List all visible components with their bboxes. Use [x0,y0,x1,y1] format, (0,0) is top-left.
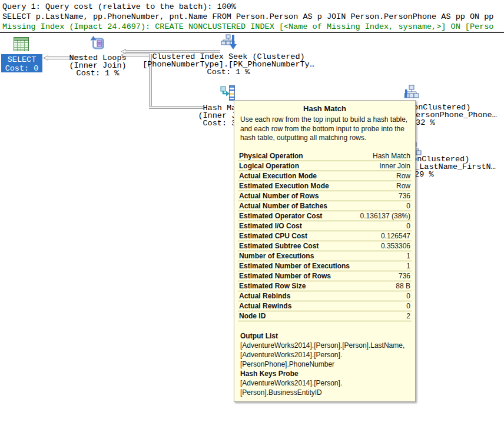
select-label: SELECT [1,55,42,64]
tooltip-row: Estimated Operator Cost0.136137 (38%) [238,211,412,221]
missing-index-link[interactable]: Missing Index (Impact 24.4697): CREATE N… [2,22,504,32]
tooltip-row: Node ID2 [238,311,412,321]
property-value: 0.126547 [381,232,410,240]
property-value: 736 [399,272,410,280]
query-header: Query 1: Query cost (relative to the bat… [2,2,504,32]
tooltip-properties-table: Physical OperationHash Match Logical Ope… [238,151,412,321]
clustered-index-seek-cost: Cost: 1 % [140,68,317,76]
property-label: Estimated Row Size [239,282,306,290]
property-label: Logical Operation [239,162,299,170]
node-select[interactable]: SELECT Cost: 0 % [1,54,42,72]
property-value: 88 B [396,282,410,290]
property-label: Actual Number of Batches [239,202,327,210]
tooltip-row: Actual Number of Rows736 [238,191,412,201]
property-value: 0 [406,222,410,230]
tooltip-description: Use each row from the top input to build… [234,113,415,143]
header-separator [0,32,504,33]
property-value: Row [396,172,410,180]
index-seek-btree-icon[interactable] [220,34,237,51]
property-value: Hash Match [373,152,410,160]
property-label: Estimated I/O Cost [239,222,302,230]
property-value: Row [396,182,410,190]
tooltip-row: Estimated Number of Rows736 [238,271,412,281]
tooltip-row: Number of Executions1 [238,251,412,261]
hash-match-icon[interactable] [220,85,236,102]
property-value: 736 [399,192,410,200]
property-value: 0 [406,302,410,310]
property-label: Estimated Subtree Cost [239,242,319,250]
tooltip-row: Estimated Execution ModeRow [238,181,412,191]
index-scan-btree-icon[interactable] [404,85,419,101]
tooltip-row: Actual Rebinds0 [238,291,412,301]
output-list-heading: Output List [240,331,409,341]
property-value: 0.353306 [381,242,410,250]
property-label: Physical Operation [239,152,303,160]
property-label: Actual Number of Rows [239,192,319,200]
tooltip-row: Actual Number of Batches0 [238,201,412,211]
property-label: Actual Rebinds [239,292,290,300]
tooltip-row: Physical OperationHash Match [238,151,412,161]
hash-keys-probe-line: [Person].BusinessEntityID [240,388,409,397]
property-value: 0 [406,292,410,300]
tooltip-extra-sections: Output List [AdventureWorks2014].[Person… [240,331,409,397]
select-cost: Cost: 0 % [1,64,42,82]
node-clustered-index-seek[interactable]: Clustered Index Seek (Clustered) [PhoneN… [140,53,317,76]
tooltip-description-line: and each row from the bottom input to pr… [240,125,409,134]
property-value: 1 [406,252,410,260]
property-label: Estimated Operator Cost [239,212,322,220]
tooltip-title: Hash Match [234,101,415,113]
hash-keys-probe-line: [AdventureWorks2014].[Person]. [240,378,409,388]
output-list-line: [AdventureWorks2014].[Person].[Person].L… [240,341,409,350]
property-label: Estimated CPU Cost [239,232,307,240]
property-label: Actual Rewinds [239,302,291,310]
tooltip-row: Estimated Number of Executions1 [238,261,412,271]
node-nested-loops[interactable]: Nested Loops (Inner Join) Cost: 1 % [51,54,145,77]
query-cost-text: Query 1: Query cost (relative to the bat… [2,2,504,12]
tooltip-row: Actual Rewinds0 [238,301,412,311]
query-statement-text: SELECT p.LastName, pp.PhoneNumber, pnt.N… [2,12,504,22]
execution-plan-view: Query 1: Query cost (relative to the bat… [0,0,504,429]
tooltip-row: Logical OperationInner Join [238,161,412,171]
property-label: Node ID [239,312,266,320]
property-label: Actual Execution Mode [239,172,317,180]
property-label: Estimated Execution Mode [239,182,329,190]
tooltip-description-line: Use each row from the top input to build… [240,115,409,125]
property-value: 0.136137 (38%) [360,212,410,220]
tooltip-row: Estimated Subtree Cost0.353306 [238,241,412,251]
property-value: 1 [406,262,410,270]
nested-loops-cost: Cost: 1 % [51,69,145,77]
nested-loops-icon[interactable] [90,35,106,52]
result-grid-icon[interactable] [13,36,29,52]
property-label: Number of Executions [239,252,314,260]
tooltip-row: Estimated CPU Cost0.126547 [238,231,412,241]
output-list-line: [AdventureWorks2014].[Person]. [240,350,409,360]
tooltip-description-line: hash table, outputting all matching rows… [240,134,409,143]
property-value: Inner Join [379,162,410,170]
tooltip-row: Estimated I/O Cost0 [238,221,412,231]
tooltip-row: Actual Execution ModeRow [238,171,412,181]
hash-keys-probe-heading: Hash Keys Probe [240,369,409,378]
operator-tooltip: Hash Match Use each row from the top inp… [234,100,416,402]
property-value: 0 [406,202,410,210]
property-label: Estimated Number of Executions [239,262,350,270]
property-value: 2 [406,312,410,320]
output-list-line: [PersonPhone].PhoneNumber [240,360,409,369]
property-label: Estimated Number of Rows [239,272,331,280]
tooltip-row: Estimated Row Size88 B [238,281,412,291]
